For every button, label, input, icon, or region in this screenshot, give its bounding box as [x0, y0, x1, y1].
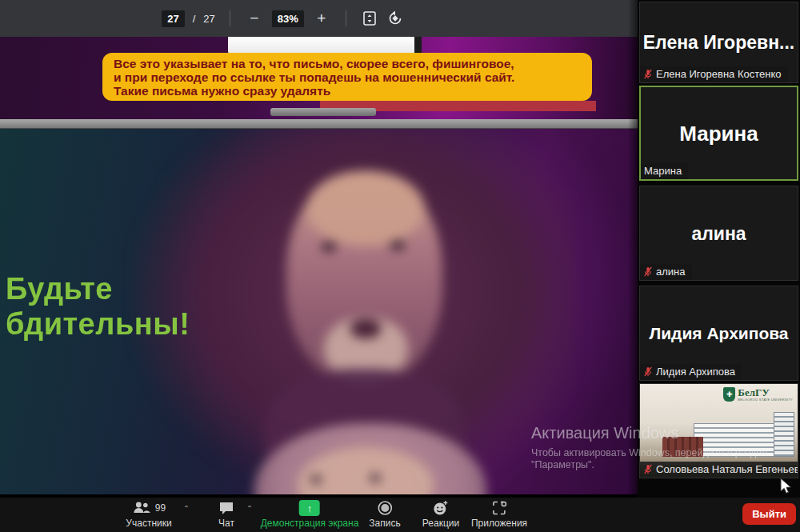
participant-tile[interactable]: алина алина — [639, 186, 798, 281]
participant-tile[interactable]: Лидия Архипова Лидия Архипова — [639, 286, 798, 381]
reactions-button[interactable]: Реакции — [422, 500, 459, 529]
mic-muted-icon — [643, 69, 653, 80]
record-icon — [377, 500, 393, 516]
participant-tile-active-speaker[interactable]: Марина Марина — [639, 86, 798, 181]
participants-button[interactable]: 99 Участники — [126, 500, 171, 529]
record-button[interactable]: Запись — [369, 500, 400, 529]
chat-icon — [218, 501, 234, 515]
participants-icon — [132, 501, 153, 515]
current-slide: Будьте бдительны! — [0, 129, 638, 494]
participants-panel: Елена Игоревн... Елена Игоревна Костенко… — [638, 0, 800, 498]
zoom-level-input[interactable]: 83% — [272, 10, 304, 27]
zoom-meeting-window: 27 / 27 − 83% + — [0, 0, 800, 532]
callout-line-1: Все это указывает на то, что письмо, ско… — [114, 57, 581, 70]
apps-button[interactable]: Приложения — [471, 500, 527, 529]
participant-name-label: алина — [640, 264, 692, 280]
meeting-toolbar: 99 Участники ⌃ Чат ⌃ ↑ Демонстрация экра… — [0, 498, 800, 532]
chat-chevron-icon[interactable]: ⌃ — [246, 504, 253, 513]
page-number-input[interactable]: 27 — [162, 10, 184, 27]
mic-muted-icon — [643, 266, 653, 278]
leave-meeting-button[interactable]: Выйти — [742, 503, 796, 525]
rotate-icon[interactable] — [386, 10, 404, 27]
participant-name-label: Соловьева Наталья Евгеньевна Н... — [640, 462, 798, 478]
chat-button[interactable]: Чат — [218, 500, 234, 529]
share-screen-button[interactable]: ↑ Демонстрация экрана — [261, 500, 359, 529]
participant-name-label: Елена Игоревна Костенко — [640, 66, 788, 82]
pdf-page-gap — [0, 119, 638, 129]
page-count-separator: / — [193, 13, 196, 25]
phishing-warning-callout: Все это указывает на то, что письмо, ско… — [102, 53, 592, 101]
zoom-out-button[interactable]: − — [245, 10, 264, 27]
callout-line-2: и при переходе по ссылке ты попадешь на … — [114, 70, 581, 84]
toolbar-divider — [346, 10, 346, 26]
university-logo: ✚ БелГУ BELGOROD STATE UNIVERSITY — [723, 387, 793, 402]
phone-mockup-bottom — [270, 108, 376, 116]
toolbar-divider — [230, 10, 230, 26]
participant-display-name: Елена Игоревн... — [640, 32, 798, 54]
reactions-icon — [432, 500, 450, 516]
shared-screen: 27 / 27 − 83% + — [0, 0, 638, 498]
participants-chevron-icon[interactable]: ⌃ — [183, 504, 190, 513]
participant-name-label: Лидия Архипова — [640, 364, 742, 380]
callout-line-3: Такие письма нужно сразу удалять — [114, 84, 581, 98]
university-shield-icon: ✚ — [723, 387, 735, 402]
phone-mockup-edge — [414, 37, 422, 54]
zoom-in-button[interactable]: + — [312, 10, 331, 27]
participant-name-label: Марина — [641, 163, 688, 179]
previous-slide-partial: Все это указывает на то, что письмо, ско… — [0, 37, 638, 119]
mic-muted-icon — [643, 464, 653, 475]
apps-icon — [491, 500, 507, 516]
share-screen-icon: ↑ — [299, 500, 320, 516]
participant-display-name: Марина — [641, 121, 797, 146]
fit-to-page-icon[interactable] — [361, 10, 378, 27]
participant-tile-video[interactable]: ✚ БелГУ BELGOROD STATE UNIVERSITY Соловь… — [639, 383, 798, 478]
pdf-toolbar: 27 / 27 − 83% + — [0, 0, 638, 37]
page-count: 27 — [203, 13, 214, 25]
phone-mockup-top — [228, 37, 416, 54]
participant-display-name: алина — [640, 222, 798, 244]
mic-muted-icon — [643, 366, 653, 378]
participant-display-name: Лидия Архипова — [640, 324, 798, 343]
participant-tile[interactable]: Елена Игоревн... Елена Игоревна Костенко — [639, 2, 798, 83]
participants-count: 99 — [155, 502, 166, 514]
slide-heading: Будьте бдительны! — [6, 271, 190, 342]
